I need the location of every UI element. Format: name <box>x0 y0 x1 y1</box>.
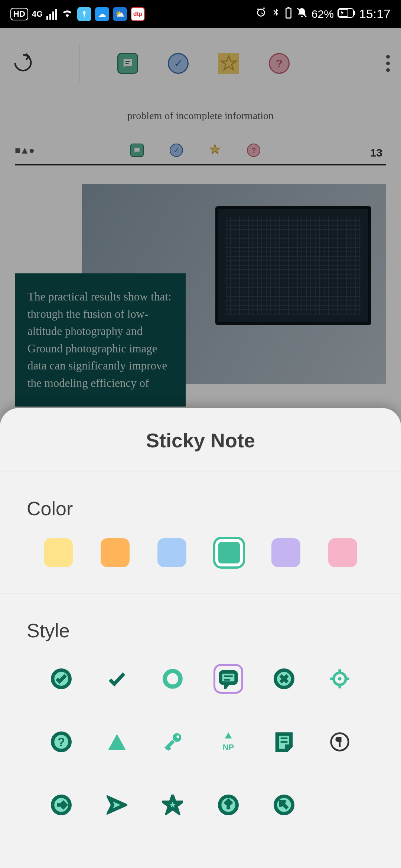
style-arrow-right[interactable] <box>102 790 132 820</box>
style-check[interactable] <box>102 664 132 694</box>
svg-point-11 <box>338 677 341 680</box>
hd-badge: HD <box>10 8 28 20</box>
clock: 15:17 <box>359 7 391 21</box>
style-circle[interactable] <box>158 664 188 694</box>
network-type: 4G <box>32 9 43 19</box>
sheet-title: Sticky Note <box>0 408 401 471</box>
screen: HD 4G ☁ ⛅ dtp 6 <box>0 0 401 868</box>
svg-rect-0 <box>286 8 291 18</box>
style-arrow-upleft[interactable] <box>269 790 299 820</box>
app-icon-2: ☁ <box>95 7 109 21</box>
style-new-paragraph[interactable]: NP <box>213 727 243 757</box>
svg-text:?: ? <box>58 735 65 749</box>
styles-grid: ? NP <box>0 660 401 842</box>
color-green[interactable] <box>215 538 244 567</box>
style-paragraph[interactable] <box>325 727 355 757</box>
np-label: NP <box>222 743 235 752</box>
svg-rect-5 <box>354 11 355 15</box>
style-section-label: Style <box>0 594 401 660</box>
color-orange[interactable] <box>101 538 130 567</box>
status-right: 62% 15:17 <box>255 7 391 21</box>
battery-percent: 62% <box>312 8 334 20</box>
alarm-icon <box>255 7 267 21</box>
style-check-filled[interactable] <box>46 664 76 694</box>
battery-outline-icon <box>285 7 292 21</box>
battery-icon <box>338 8 355 20</box>
style-triangle[interactable] <box>102 727 132 757</box>
style-comment[interactable] <box>213 664 243 694</box>
wifi-icon <box>61 6 74 22</box>
signal-icon <box>46 9 57 20</box>
style-cross[interactable] <box>269 664 299 694</box>
svg-rect-3 <box>338 9 353 17</box>
svg-rect-4 <box>339 9 348 17</box>
color-pink[interactable] <box>328 538 357 567</box>
svg-rect-8 <box>221 672 236 683</box>
bluetooth-icon <box>271 7 281 21</box>
app-icon-4: dtp <box>131 7 145 21</box>
app-icon-3: ⛅ <box>113 7 127 21</box>
color-purple[interactable] <box>271 538 300 567</box>
svg-rect-1 <box>287 7 289 8</box>
sticky-note-sheet: Sticky Note Color Style ? <box>0 408 401 868</box>
style-key[interactable] <box>158 727 188 757</box>
mute-icon <box>296 7 308 21</box>
style-note[interactable] <box>269 727 299 757</box>
color-swatches <box>0 538 401 594</box>
style-empty <box>325 790 355 820</box>
style-arrow-up[interactable] <box>213 790 243 820</box>
style-arrow-right-circle[interactable] <box>46 790 76 820</box>
color-blue[interactable] <box>157 538 186 567</box>
status-left: HD 4G ☁ ⛅ dtp <box>10 6 145 22</box>
style-star[interactable] <box>158 790 188 820</box>
svg-point-7 <box>165 671 180 687</box>
color-section-label: Color <box>0 471 401 538</box>
style-help[interactable]: ? <box>46 727 76 757</box>
status-bar: HD 4G ☁ ⛅ dtp 6 <box>0 0 401 28</box>
color-yellow[interactable] <box>44 538 73 567</box>
app-icon-1 <box>77 7 91 21</box>
style-crosshair[interactable] <box>325 664 355 694</box>
svg-point-15 <box>177 736 179 738</box>
